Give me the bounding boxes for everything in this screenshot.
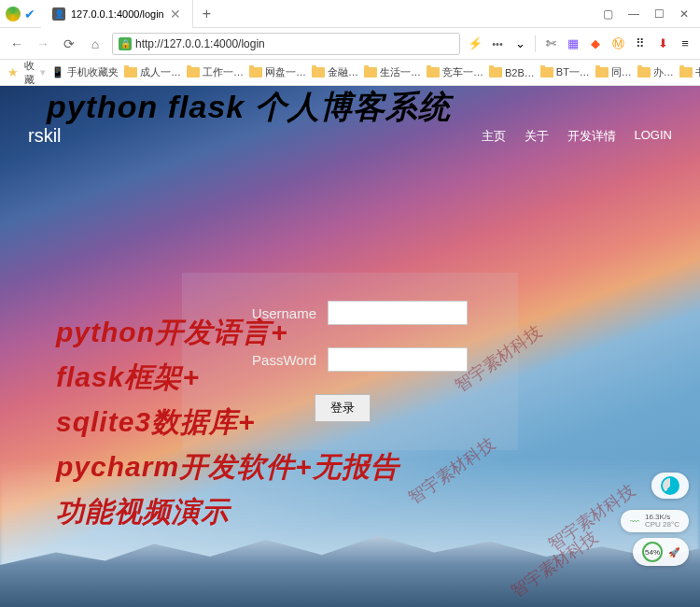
forward-button[interactable]: → bbox=[34, 35, 52, 53]
overlay-title: python flask 个人博客系统 bbox=[47, 86, 681, 129]
shield-ext-icon[interactable]: ◆ bbox=[588, 36, 603, 51]
system-widget-mem[interactable]: 54% 🚀 bbox=[633, 538, 689, 566]
bookmark-item[interactable]: 书… bbox=[679, 65, 700, 79]
rocket-icon: 🚀 bbox=[668, 547, 679, 558]
maximize-icon[interactable]: ☐ bbox=[654, 7, 665, 21]
folder-icon bbox=[364, 67, 377, 78]
folder-icon bbox=[427, 67, 440, 78]
back-button[interactable]: ← bbox=[7, 35, 26, 53]
window-controls: ▢ — ☐ ✕ bbox=[592, 7, 700, 21]
download-icon[interactable]: ⬇ bbox=[655, 36, 670, 51]
nav-links: 主页 关于 开发详情 LOGIN bbox=[482, 128, 672, 145]
folder-icon bbox=[124, 67, 137, 78]
bookmark-bar: ★ 收藏 ▾ 📱手机收藏夹 成人一… 工作一… 网盘一… 金融… 生活一… 竞车… bbox=[0, 60, 700, 86]
reload-button[interactable]: ⟳ bbox=[60, 35, 78, 53]
tech-line: pycharm开发软件+无报告 bbox=[56, 445, 399, 489]
lock-icon: 🔒 bbox=[119, 37, 132, 50]
bookmark-item[interactable]: 金融… bbox=[312, 65, 358, 79]
favorites-label[interactable]: 收藏 bbox=[24, 60, 35, 86]
more-icon[interactable]: ••• bbox=[490, 36, 505, 51]
system-widget-cpu[interactable]: 〰 16.3K/sCPU 28°C bbox=[621, 510, 689, 532]
folder-icon bbox=[637, 67, 651, 78]
system-widget-disk[interactable] bbox=[651, 473, 689, 499]
bookmark-item[interactable]: 工作一… bbox=[187, 65, 244, 79]
url-text: http://127.0.0.1:4000/login bbox=[135, 37, 265, 50]
close-window-icon[interactable]: ✕ bbox=[679, 7, 689, 21]
nav-home[interactable]: 主页 bbox=[482, 128, 506, 145]
folder-icon bbox=[489, 67, 502, 78]
folder-icon bbox=[540, 67, 553, 78]
overlay-tech-stack: python开发语言+ flask框架+ sqlite3数据库+ pycharm… bbox=[56, 310, 399, 534]
scissors-icon[interactable]: ✄ bbox=[543, 36, 558, 51]
menu-icon[interactable]: ≡ bbox=[678, 36, 693, 51]
bookmark-item[interactable]: 竞车一… bbox=[427, 65, 483, 79]
favicon-icon: 👤 bbox=[52, 7, 65, 21]
bookmark-item[interactable]: 同… bbox=[595, 65, 632, 79]
minimize-icon[interactable]: — bbox=[628, 7, 639, 21]
folder-icon bbox=[249, 67, 262, 78]
restore-down-icon[interactable]: ▢ bbox=[603, 7, 613, 21]
dropdown-icon[interactable]: ⌄ bbox=[512, 36, 527, 51]
bookmark-item[interactable]: 成人一… bbox=[124, 65, 181, 79]
address-bar: ← → ⟳ ⌂ 🔒 http://127.0.0.1:4000/login ⚡ … bbox=[0, 28, 700, 60]
favorites-star-icon[interactable]: ★ bbox=[7, 65, 19, 79]
browser-tab[interactable]: 👤 127.0.0.1:4000/login ✕ bbox=[41, 0, 193, 28]
nav-devdetails[interactable]: 开发详情 bbox=[567, 128, 616, 145]
bookmark-item[interactable]: 生活一… bbox=[364, 65, 421, 79]
bookmark-item[interactable]: 办… bbox=[637, 65, 674, 79]
tab-close-icon[interactable]: ✕ bbox=[170, 7, 181, 21]
money-ext-icon[interactable]: Ⓜ bbox=[610, 36, 625, 51]
bookmark-item[interactable]: BT一… bbox=[540, 65, 590, 79]
folder-icon bbox=[679, 67, 693, 78]
folder-icon bbox=[312, 67, 325, 78]
apps-icon[interactable]: ⠿ bbox=[633, 36, 648, 51]
wave-icon: 〰 bbox=[630, 516, 639, 527]
tab-title: 127.0.0.1:4000/login bbox=[71, 8, 164, 20]
tech-line: 功能视频演示 bbox=[56, 489, 399, 534]
divider bbox=[535, 35, 536, 52]
percent-gauge-icon: 54% bbox=[642, 542, 663, 562]
speed-icon[interactable]: ⚡ bbox=[468, 36, 483, 51]
nav-login[interactable]: LOGIN bbox=[635, 128, 672, 145]
gauge-icon bbox=[661, 476, 679, 495]
bookmark-item[interactable]: B2B… bbox=[489, 67, 535, 78]
tech-line: python开发语言+ bbox=[56, 310, 399, 355]
grid-ext-icon[interactable]: ▦ bbox=[566, 36, 581, 51]
url-input[interactable]: 🔒 http://127.0.0.1:4000/login bbox=[112, 33, 460, 55]
home-button[interactable]: ⌂ bbox=[86, 35, 105, 53]
page-content: python flask 个人博客系统 rskil 主页 关于 开发详情 LOG… bbox=[0, 86, 700, 607]
folder-icon bbox=[595, 67, 609, 78]
nav-about[interactable]: 关于 bbox=[525, 128, 549, 145]
cpu-temp: CPU 28°C bbox=[645, 521, 679, 529]
bookmark-item[interactable]: 网盘一… bbox=[249, 65, 306, 79]
folder-icon bbox=[187, 67, 200, 78]
extensions: ✄ ▦ ◆ Ⓜ ⠿ ⬇ ≡ bbox=[543, 36, 693, 51]
new-tab-button[interactable]: + bbox=[193, 6, 220, 22]
tech-line: flask框架+ bbox=[56, 355, 399, 400]
tech-line: sqlite3数据库+ bbox=[56, 400, 399, 445]
bookmark-item[interactable]: 📱手机收藏夹 bbox=[51, 65, 119, 79]
browser-titlebar: ✔ 👤 127.0.0.1:4000/login ✕ + ▢ — ☐ ✕ bbox=[0, 0, 700, 28]
browser-logo-360: ✔ bbox=[0, 7, 41, 21]
